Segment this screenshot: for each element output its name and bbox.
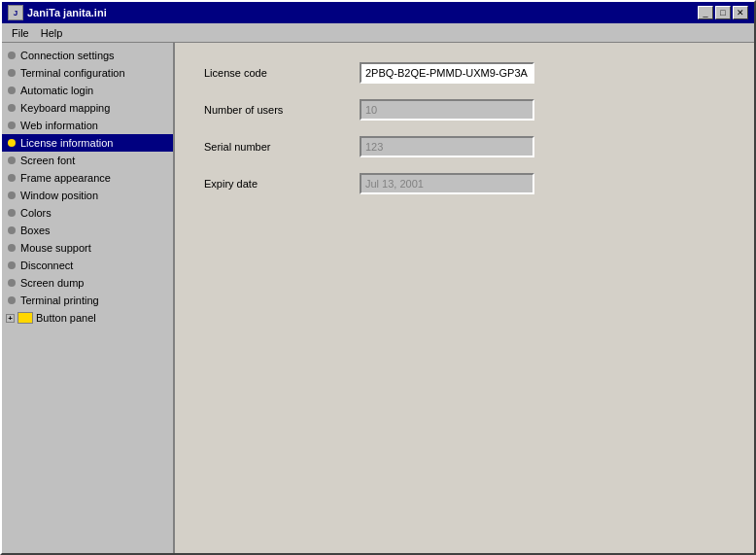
sidebar-label: Terminal printing	[20, 295, 99, 306]
sidebar-label: Boxes	[20, 225, 51, 236]
bullet-icon	[8, 209, 16, 217]
sidebar-label: Screen dump	[20, 277, 84, 289]
input-expiry-date[interactable]	[360, 173, 534, 194]
form-row-number-of-users: Number of users	[204, 99, 725, 121]
sidebar-item-license-information[interactable]: License information	[2, 134, 173, 152]
folder-icon	[17, 312, 33, 324]
bullet-icon	[8, 174, 16, 182]
bullet-icon	[8, 52, 16, 59]
menu-file[interactable]: File	[6, 25, 35, 41]
label-serial-number: Serial number	[204, 141, 360, 153]
sidebar-label: Mouse support	[20, 242, 91, 254]
right-panel: License code Number of users Serial numb…	[175, 43, 754, 553]
bullet-icon	[8, 296, 16, 304]
expand-icon[interactable]: +	[6, 314, 15, 323]
sidebar-item-mouse-support[interactable]: Mouse support	[2, 239, 173, 257]
close-button[interactable]: ✕	[733, 6, 748, 19]
bullet-icon	[8, 87, 16, 94]
sidebar-item-connection-settings[interactable]: Connection settings	[2, 47, 173, 64]
sidebar-label: Window position	[20, 190, 98, 201]
sidebar-item-frame-appearance[interactable]: Frame appearance	[2, 169, 173, 187]
sidebar-label: Terminal configuration	[20, 67, 125, 79]
input-serial-number[interactable]	[360, 136, 534, 157]
restore-button[interactable]: □	[715, 6, 731, 19]
bullet-icon	[8, 104, 16, 112]
bullet-icon	[8, 156, 16, 164]
bullet-icon	[8, 226, 16, 234]
sidebar-item-disconnect[interactable]: Disconnect	[2, 257, 173, 274]
form-row-serial-number: Serial number	[204, 136, 725, 157]
sidebar-label: Button panel	[36, 312, 96, 324]
sidebar-item-terminal-printing[interactable]: Terminal printing	[2, 292, 173, 309]
minimize-button[interactable]: _	[698, 6, 713, 19]
main-window: J JaniTa janita.ini _ □ ✕ File Help Conn…	[0, 0, 756, 555]
app-icon: J	[8, 5, 23, 20]
sidebar-item-keyboard-mapping[interactable]: Keyboard mapping	[2, 99, 173, 117]
active-bullet-icon	[8, 139, 16, 147]
label-number-of-users: Number of users	[204, 104, 360, 116]
bullet-icon	[8, 244, 16, 252]
input-number-of-users[interactable]	[360, 99, 534, 121]
sidebar-item-colors[interactable]: Colors	[2, 204, 173, 222]
sidebar-item-screen-dump[interactable]: Screen dump	[2, 274, 173, 292]
bullet-icon	[8, 69, 16, 77]
sidebar-item-button-panel[interactable]: + Button panel	[2, 309, 173, 327]
sidebar-label: Disconnect	[20, 260, 73, 271]
bullet-icon	[8, 261, 16, 269]
sidebar-item-terminal-configuration[interactable]: Terminal configuration	[2, 64, 173, 82]
sidebar-label: Automatic login	[20, 85, 93, 96]
form-row-license-code: License code	[204, 62, 725, 84]
title-buttons: _ □ ✕	[698, 6, 748, 19]
input-license-code[interactable]	[360, 62, 534, 84]
sidebar-label: License information	[20, 137, 113, 149]
sidebar-item-web-information[interactable]: Web information	[2, 117, 173, 134]
title-bar-left: J JaniTa janita.ini	[8, 5, 107, 20]
bullet-icon	[8, 191, 16, 199]
menu-help[interactable]: Help	[35, 25, 69, 41]
sidebar-label: Screen font	[20, 155, 75, 166]
sidebar-item-boxes[interactable]: Boxes	[2, 222, 173, 239]
sidebar-label: Frame appearance	[20, 172, 111, 184]
sidebar-label: Colors	[20, 207, 52, 219]
sidebar-label: Web information	[20, 120, 98, 131]
sidebar-item-automatic-login[interactable]: Automatic login	[2, 82, 173, 99]
sidebar: Connection settings Terminal configurati…	[2, 43, 175, 553]
sidebar-label: Connection settings	[20, 50, 115, 61]
window-title: JaniTa janita.ini	[27, 7, 107, 18]
title-bar: J JaniTa janita.ini _ □ ✕	[2, 2, 754, 23]
bullet-icon	[8, 279, 16, 287]
bullet-icon	[8, 121, 16, 129]
menu-bar: File Help	[2, 23, 754, 43]
sidebar-label: Keyboard mapping	[20, 102, 110, 114]
form-row-expiry-date: Expiry date	[204, 173, 725, 194]
main-content: Connection settings Terminal configurati…	[2, 43, 754, 553]
sidebar-item-screen-font[interactable]: Screen font	[2, 152, 173, 169]
sidebar-item-window-position[interactable]: Window position	[2, 187, 173, 204]
label-expiry-date: Expiry date	[204, 178, 360, 190]
label-license-code: License code	[204, 67, 360, 79]
